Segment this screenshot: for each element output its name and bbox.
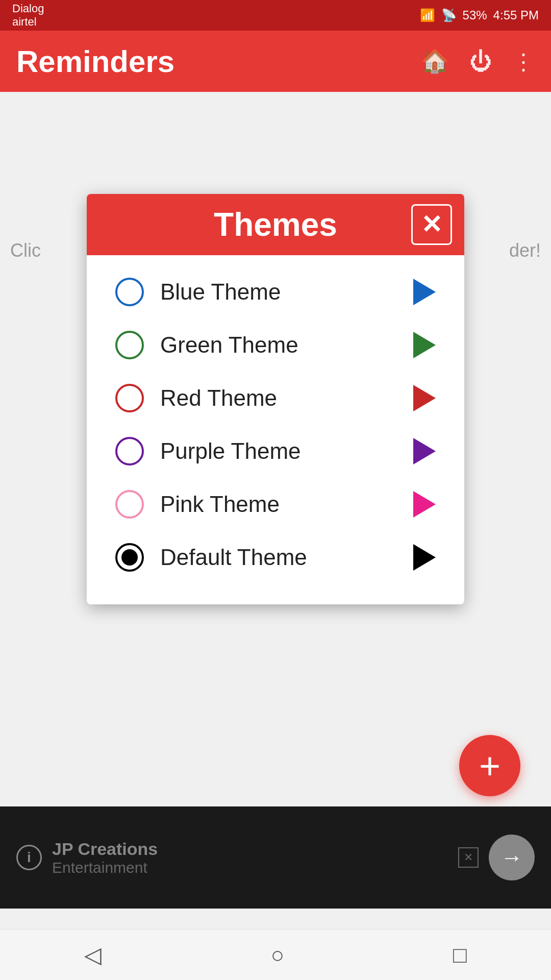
arrow-red <box>413 385 436 411</box>
wifi-icon: 📶 <box>420 8 435 22</box>
arrow-default <box>413 544 436 571</box>
status-icons: 📶 📡 53% 4:55 PM <box>420 8 539 22</box>
arrow-green <box>413 332 436 358</box>
label-pink: Pink Theme <box>160 492 405 517</box>
battery-level: 53% <box>463 8 487 22</box>
app-toolbar: Reminders 🏠 ⏻ ⋮ <box>0 31 551 92</box>
dialog-body: Blue Theme Green Theme Red Theme Purple … <box>87 255 464 604</box>
nav-bar: ◁ ○ □ <box>0 929 551 980</box>
carrier-name: Dialog <box>12 2 44 15</box>
theme-item-pink[interactable]: Pink Theme <box>107 478 444 531</box>
theme-item-blue[interactable]: Blue Theme <box>107 265 444 318</box>
radio-green <box>115 331 144 359</box>
power-icon[interactable]: ⏻ <box>469 48 492 74</box>
home-button[interactable]: ○ <box>270 942 284 968</box>
signal-icon: 📡 <box>441 8 457 22</box>
app-title: Reminders <box>16 44 421 79</box>
theme-item-purple[interactable]: Purple Theme <box>107 425 444 478</box>
sub-carrier: airtel <box>12 15 44 29</box>
carrier-info: Dialog airtel <box>12 2 44 29</box>
ad-arrow-icon: → <box>500 845 523 870</box>
more-options-icon[interactable]: ⋮ <box>512 48 535 75</box>
status-bar: Dialog airtel 📶 📡 53% 4:55 PM <box>0 0 551 31</box>
back-button[interactable]: ◁ <box>84 942 102 968</box>
main-content: Clic der! Themes ✕ Blue Theme Green Them… <box>0 92 551 909</box>
close-icon: ✕ <box>421 212 442 237</box>
label-default: Default Theme <box>160 545 405 570</box>
recents-button[interactable]: □ <box>453 942 467 968</box>
ad-close-button[interactable]: ✕ <box>458 847 479 868</box>
theme-item-default[interactable]: Default Theme <box>107 531 444 584</box>
arrow-purple <box>413 438 436 464</box>
ad-title: JP Creations <box>52 839 440 859</box>
bg-text-right: der! <box>509 240 541 261</box>
radio-purple <box>115 437 144 465</box>
radio-pink <box>115 490 144 519</box>
dialog-title: Themes <box>214 206 337 243</box>
toolbar-actions: 🏠 ⏻ ⋮ <box>421 48 535 75</box>
arrow-pink <box>413 491 436 518</box>
ad-info-icon: i <box>16 845 42 870</box>
time-display: 4:55 PM <box>493 8 539 22</box>
ad-banner: i JP Creations Entertainment ✕ → <box>0 806 551 909</box>
fab-add-button[interactable]: + <box>459 735 520 796</box>
label-green: Green Theme <box>160 332 405 358</box>
radio-default <box>115 543 144 572</box>
themes-dialog: Themes ✕ Blue Theme Green Theme Re <box>87 194 464 604</box>
theme-item-red[interactable]: Red Theme <box>107 372 444 425</box>
theme-item-green[interactable]: Green Theme <box>107 318 444 372</box>
ad-subtitle: Entertainment <box>52 859 440 876</box>
ad-arrow-button[interactable]: → <box>489 835 535 880</box>
label-purple: Purple Theme <box>160 438 405 464</box>
add-icon: + <box>479 747 500 784</box>
ad-text-block: JP Creations Entertainment <box>52 839 440 876</box>
dialog-header: Themes ✕ <box>87 194 464 255</box>
label-red: Red Theme <box>160 385 405 411</box>
arrow-blue <box>413 279 436 305</box>
radio-blue <box>115 278 144 306</box>
dialog-close-button[interactable]: ✕ <box>411 204 452 245</box>
home-icon[interactable]: 🏠 <box>421 48 449 75</box>
radio-red <box>115 384 144 412</box>
label-blue: Blue Theme <box>160 279 405 305</box>
bg-text-left: Clic <box>10 240 41 261</box>
